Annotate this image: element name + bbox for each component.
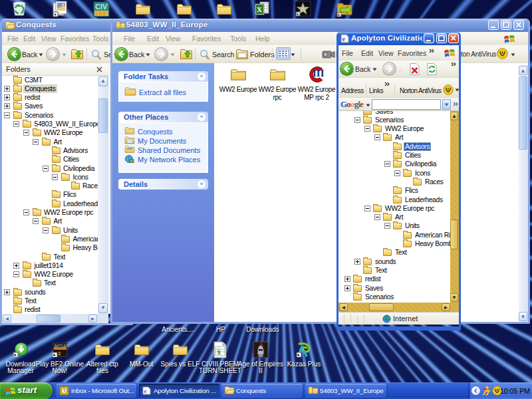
svg-text:e: e <box>342 35 346 43</box>
svg-text:III: III <box>313 68 325 78</box>
svg-text:BATTLEFIELD: BATTLEFIELD <box>55 344 68 348</box>
svg-text:e: e <box>144 388 147 394</box>
svg-text:CIV: CIV <box>95 3 108 11</box>
svg-text:2: 2 <box>58 350 61 356</box>
svg-text:X: X <box>217 349 221 356</box>
svg-text:X: X <box>257 5 262 13</box>
